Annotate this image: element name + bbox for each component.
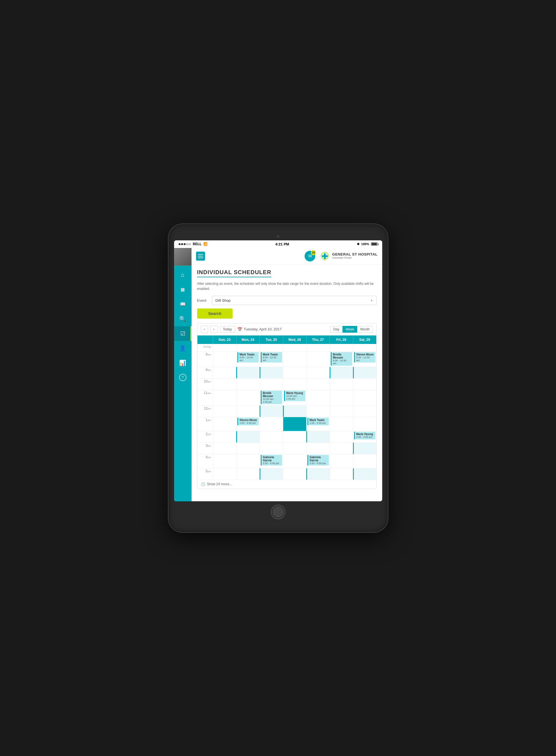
cell-sun-3pm[interactable] (213, 443, 236, 454)
sidebar-item-scheduler[interactable]: ☑ (174, 326, 192, 341)
cell-thu-8am[interactable] (306, 352, 329, 367)
sidebar-item-book[interactable]: 📖 (174, 297, 192, 311)
cell-mon-5pm[interactable] (236, 468, 259, 480)
cell-tue-1pm[interactable] (259, 417, 283, 431)
cell-wed-10am[interactable] (283, 379, 306, 390)
cell-wed-2pm[interactable] (283, 431, 306, 442)
cell-tue-4pm[interactable]: Gabriela Garcia 3:30 - 6:00 pm (259, 454, 283, 468)
cell-sat-4pm[interactable] (353, 454, 376, 468)
calendar-next-button[interactable]: › (210, 326, 218, 333)
cell-fri-3pm[interactable] (329, 443, 353, 454)
day-view-button[interactable]: Day (330, 326, 342, 333)
cell-tue-10am[interactable] (259, 379, 283, 390)
cell-wed-3pm[interactable] (283, 443, 306, 454)
cell-fri-11am[interactable] (329, 390, 353, 405)
cell-wed-4pm[interactable] (283, 454, 306, 468)
cell-thu-9am[interactable] (306, 367, 329, 378)
sidebar-item-reports[interactable]: 📊 (174, 356, 192, 370)
cell-thu-2pm[interactable] (306, 431, 329, 442)
cell-sun-11am[interactable] (213, 390, 236, 405)
cell-mon-3pm[interactable] (236, 443, 259, 454)
cell-sun-8am[interactable] (213, 352, 236, 367)
cell-wed-9am[interactable] (283, 367, 306, 378)
cell-fri-9am[interactable] (329, 367, 353, 378)
cell-sun-5pm[interactable] (213, 468, 236, 480)
event-thu-4pm[interactable]: Gabriela Garcia 3:30 - 6:00 pm (307, 455, 329, 465)
cell-thu-3pm[interactable] (306, 443, 329, 454)
cell-sun-12pm[interactable] (213, 405, 236, 417)
cell-wed-5pm[interactable] (283, 468, 306, 480)
home-button[interactable] (271, 505, 285, 519)
cell-sat-3pm[interactable] (353, 443, 376, 454)
cell-wed-8am[interactable] (283, 352, 306, 367)
cell-fri-5pm[interactable] (329, 468, 353, 480)
cell-thu-5pm[interactable] (306, 468, 329, 480)
cell-mon-11am[interactable] (236, 390, 259, 405)
cell-thu-4pm[interactable]: Gabriela Garcia 3:30 - 6:00 pm (306, 454, 329, 468)
cell-mon-9am[interactable] (236, 367, 259, 378)
cell-fri-8am[interactable]: Brielle Messier 8:00 - 10:30 am (329, 352, 353, 367)
sidebar-item-home[interactable]: ⌂ (174, 268, 192, 282)
today-button[interactable]: Today (220, 326, 235, 333)
cell-tue-3pm[interactable] (259, 443, 283, 454)
cell-fri-12pm[interactable] (329, 405, 353, 417)
cell-thu-11am[interactable] (306, 390, 329, 405)
cell-mon-12pm[interactable] (236, 405, 259, 417)
cell-sat-5pm[interactable] (353, 468, 376, 480)
cell-sun-9am[interactable] (213, 367, 236, 378)
cell-wed-12pm[interactable] (283, 405, 306, 417)
cell-sun-10am[interactable] (213, 379, 236, 390)
cell-mon-10am[interactable] (236, 379, 259, 390)
cell-fri-1pm[interactable] (329, 417, 353, 431)
cell-mon-1pm[interactable]: Steven Moon 1:00 - 3:30 pm (236, 417, 259, 431)
event-mon-8am[interactable]: Mark Twain 8:00 - 10:30 am (237, 352, 259, 363)
event-sat-2pm[interactable]: Marie Hyung 2:00 - 5:00 pm (354, 432, 376, 439)
cell-fri-2pm[interactable] (329, 431, 353, 442)
cell-mon-4pm[interactable] (236, 454, 259, 468)
cell-sat-8am[interactable]: Steven Moon 8:30 - 11:00 am (353, 352, 376, 367)
cell-tue-9am[interactable] (259, 367, 283, 378)
cell-sat-11am[interactable] (353, 390, 376, 405)
sidebar-item-help[interactable]: ? (174, 370, 192, 385)
event-thu-1pm[interactable]: Mark Twain 1:00 - 3:30 pm (307, 418, 329, 425)
sidebar-item-search[interactable]: 🔍 (174, 311, 192, 326)
search-button[interactable]: Search (197, 308, 233, 319)
sidebar-item-calendar[interactable]: ▦ (174, 282, 192, 297)
cell-fri-4pm[interactable] (329, 454, 353, 468)
cell-sun-4pm[interactable] (213, 454, 236, 468)
cell-sun-2pm[interactable] (213, 431, 236, 442)
cell-tue-2pm[interactable] (259, 431, 283, 442)
cell-sat-12pm[interactable] (353, 405, 376, 417)
event-tue-4pm[interactable]: Gabriela Garcia 3:30 - 6:00 pm (261, 455, 282, 465)
cell-fri-10am[interactable] (329, 379, 353, 390)
event-select[interactable]: Gift Shop Emergency Reception (212, 296, 377, 305)
cell-mon-2pm[interactable] (236, 431, 259, 442)
cell-tue-12pm[interactable] (259, 405, 283, 417)
cell-tue-11am[interactable]: Brielle Messier 10:30 am - 1:00 pm (259, 390, 283, 405)
cell-thu-1pm[interactable]: Mark Twain 1:00 - 3:30 pm (306, 417, 329, 431)
event-sat-8am[interactable]: Steven Moon 8:30 - 11:00 am (354, 352, 376, 363)
cell-wed-1pm[interactable] (283, 417, 306, 431)
cell-sat-2pm[interactable]: Marie Hyung 2:00 - 5:00 pm (353, 431, 376, 442)
cell-mon-8am[interactable]: Mark Twain 8:00 - 10:30 am (236, 352, 259, 367)
sidebar-item-profile[interactable]: 👤 (174, 341, 192, 356)
cell-thu-10am[interactable] (306, 379, 329, 390)
event-tue-8am[interactable]: Mark Twain 8:00 - 10:30 am (261, 352, 282, 363)
cell-sat-1pm[interactable] (353, 417, 376, 431)
event-mon-1pm[interactable]: Steven Moon 1:00 - 3:30 pm (237, 418, 259, 425)
cell-thu-12pm[interactable] (306, 405, 329, 417)
show-24-row[interactable]: 🕐 Show 24 hours... (198, 480, 376, 489)
event-wed-11am[interactable]: Marie Hyung 10:30 am - 1:00 pm (284, 391, 305, 401)
notification-bell[interactable]: ✉ 14 (305, 251, 315, 261)
hamburger-button[interactable] (196, 252, 205, 261)
cell-tue-8am[interactable]: Mark Twain 8:00 - 10:30 am (259, 352, 283, 367)
cell-tue-5pm[interactable] (259, 468, 283, 480)
event-tue-11am[interactable]: Brielle Messier 10:30 am - 1:00 pm (261, 391, 282, 404)
week-view-button[interactable]: Week (343, 326, 357, 333)
cell-sat-10am[interactable] (353, 379, 376, 390)
cell-sun-1pm[interactable] (213, 417, 236, 431)
cell-sat-9am[interactable] (353, 367, 376, 378)
event-fri-8am[interactable]: Brielle Messier 8:00 - 10:30 am (331, 352, 352, 366)
cell-wed-11am[interactable]: Marie Hyung 10:30 am - 1:00 pm (283, 390, 306, 405)
calendar-prev-button[interactable]: ‹ (201, 326, 208, 333)
